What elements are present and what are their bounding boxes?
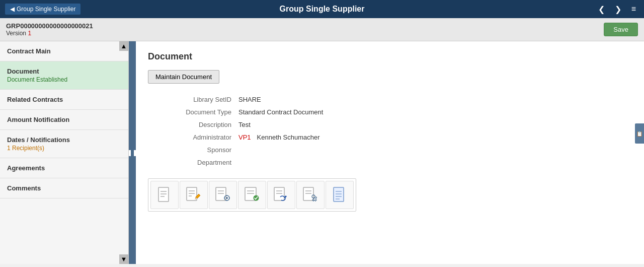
sidebar-item-label: Amount Notification (7, 116, 117, 123)
form-label: Library SetID (148, 96, 238, 103)
form-label: Sponsor (148, 146, 238, 154)
record-id: GRP00000000000000000021 (6, 22, 93, 30)
sidebar-item-contract-main[interactable]: Contract Main (0, 41, 128, 61)
form-value: Test (238, 121, 251, 128)
content-area: Document Maintain Document Library SetID… (136, 41, 644, 264)
maintain-document-button[interactable]: Maintain Document (148, 70, 219, 84)
version-info: Version 1 (6, 30, 93, 37)
form-value: SHARE (238, 96, 261, 103)
subheader: GRP00000000000000000021 Version 1 Save (0, 18, 644, 41)
svg-rect-25 (303, 187, 313, 201)
nav-next-button[interactable]: ❯ (612, 4, 624, 15)
form-label: Administrator (148, 134, 238, 141)
sidebar-item-sublabel: Document Established (7, 76, 117, 83)
version-link[interactable]: 1 (28, 30, 31, 37)
sidebar-item-related-contracts[interactable]: Related Contracts (0, 90, 128, 110)
form-row-administrator: AdministratorVP1Kenneth Schumacher (148, 134, 632, 141)
form-value: Standard Contract Document (238, 108, 323, 116)
collapse-handle[interactable]: ❚❚ (129, 41, 136, 264)
doc-toolbar (148, 178, 356, 212)
doc-view-icon[interactable] (150, 181, 179, 209)
form-row-department: Department (148, 159, 632, 166)
svg-rect-0 (158, 187, 169, 202)
back-button[interactable]: ◀ Group Single Supplier (5, 4, 80, 15)
sidebar-item-label: Related Contracts (7, 96, 117, 103)
sidebar-item-comments[interactable]: Comments (0, 178, 128, 198)
sidebar-item-sublabel: 1 Recipient(s) (7, 145, 117, 152)
nav-prev-button[interactable]: ❮ (595, 4, 608, 15)
form-value: VP1Kenneth Schumacher (238, 134, 320, 141)
doc-tools-icon[interactable] (296, 181, 325, 209)
back-arrow-icon: ◀ (10, 6, 15, 13)
sidebar-scroll-down[interactable]: ▼ (119, 254, 128, 264)
sidebar-item-amount-notification[interactable]: Amount Notification (0, 110, 128, 130)
header: ◀ Group Single Supplier Group Single Sup… (0, 0, 644, 18)
doc-sign-icon[interactable] (267, 181, 295, 209)
right-widget-icon: 📋 (636, 131, 642, 137)
form-label: Department (148, 159, 238, 166)
header-right: ❮ ❯ ≡ (595, 4, 639, 15)
svg-point-21 (254, 195, 259, 201)
save-button[interactable]: Save (604, 23, 638, 36)
svg-point-13 (226, 197, 228, 199)
sidebar-item-label: Contract Main (7, 47, 117, 55)
svg-rect-29 (334, 187, 344, 202)
sidebar-scroll-up[interactable]: ▲ (119, 41, 128, 51)
sidebar-item-label: Document (7, 68, 117, 75)
sidebar-item-label: Dates / Notifications (7, 136, 117, 144)
form-row-sponsor: Sponsor (148, 146, 632, 154)
sidebar-item-label: Comments (7, 184, 117, 192)
doc-edit-icon[interactable] (180, 181, 208, 209)
svg-rect-22 (274, 187, 284, 201)
doc-approve-icon[interactable] (238, 181, 266, 209)
subheader-info: GRP00000000000000000021 Version 1 (6, 22, 93, 37)
sidebar-item-document[interactable]: DocumentDocument Established (0, 61, 128, 90)
sidebar-item-agreements[interactable]: Agreements (0, 158, 128, 178)
form-row-document-type: Document TypeStandard Contract Document (148, 108, 632, 116)
form-row-library-setid: Library SetIDSHARE (148, 96, 632, 103)
content-title: Document (148, 51, 632, 62)
doc-info-icon[interactable] (326, 181, 354, 209)
form-row-description: DescriptionTest (148, 121, 632, 128)
right-widget[interactable]: 📋 (635, 123, 644, 144)
doc-settings-icon[interactable] (209, 181, 237, 209)
menu-button[interactable]: ≡ (628, 4, 639, 15)
sidebar: ▲ Contract MainDocumentDocument Establis… (0, 41, 129, 264)
back-button-label: Group Single Supplier (17, 6, 75, 13)
main-layout: ▲ Contract MainDocumentDocument Establis… (0, 41, 644, 264)
header-left: ◀ Group Single Supplier (5, 4, 80, 15)
form-label: Document Type (148, 108, 238, 116)
sidebar-item-dates--notifications[interactable]: Dates / Notifications1 Recipient(s) (0, 130, 128, 158)
admin-code[interactable]: VP1 (238, 134, 251, 141)
form-label: Description (148, 121, 238, 128)
document-form: Library SetIDSHAREDocument TypeStandard … (148, 96, 632, 166)
admin-name: Kenneth Schumacher (257, 134, 320, 141)
page-title: Group Single Supplier (280, 5, 365, 14)
version-label: Version (6, 30, 26, 37)
sidebar-item-label: Agreements (7, 164, 117, 172)
